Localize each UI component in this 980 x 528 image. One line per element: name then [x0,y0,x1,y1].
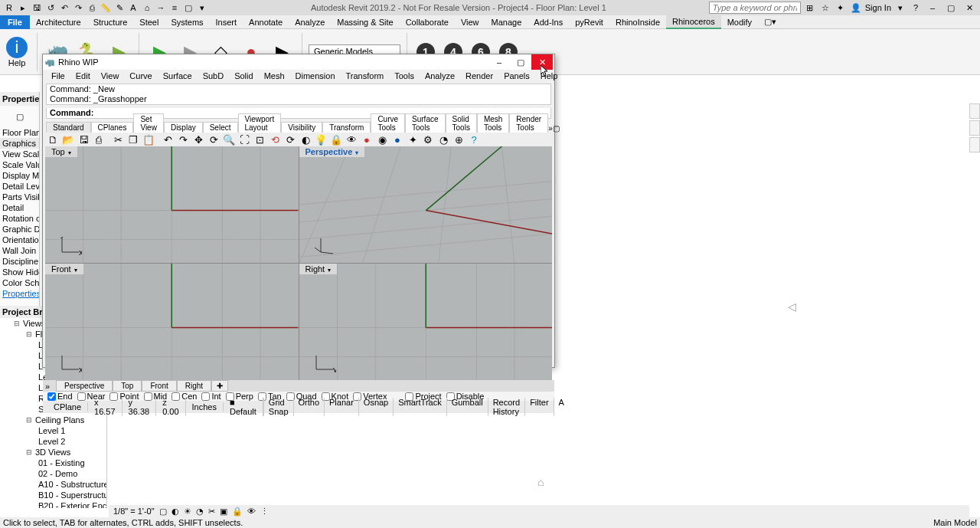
menu-analyze[interactable]: Analyze [420,70,460,82]
zoom-icon[interactable]: 🔍 [222,133,236,146]
tree-leaf[interactable]: B10 - Superstructure [0,490,106,500]
view-tab-perspective[interactable]: Perspective [56,380,113,392]
tab-addins[interactable]: Add-Ins [528,16,569,28]
viewport-top-label[interactable]: Top [45,146,77,157]
search-icon[interactable]: ⊞ [804,2,816,14]
viewport-perspective[interactable]: Perspective [299,146,553,263]
tool-tab-vplayout[interactable]: Viewport Layout [238,113,282,133]
tab-massing[interactable]: Massing & Site [331,16,399,28]
toggle-gumball[interactable]: Gumball [446,398,488,416]
menu-panels[interactable]: Panels [498,70,535,82]
main-model-dropdown[interactable]: Main Model [933,518,977,527]
maximize-button[interactable] [943,2,959,14]
expand-sidebar-icon[interactable]: » [45,382,56,391]
exchange-icon[interactable]: ▾ [894,2,906,14]
properties-icon[interactable]: ◔ [436,133,450,146]
new-icon[interactable]: 🗋 [46,133,60,146]
tool-tab-standard[interactable]: Standard [46,122,91,133]
crop-region-icon[interactable]: ▣ [220,507,227,517]
redo-view-icon[interactable]: ⟳ [283,133,297,146]
tool-tab-rendertools[interactable]: Render Tools [509,113,548,133]
tool-tab-display[interactable]: Display [164,122,203,133]
tree-leaf[interactable]: B20 - Exterior Enclosure [0,500,106,508]
cut-icon[interactable]: ✂ [111,133,125,146]
tab-insert[interactable]: Insert [210,16,243,28]
user-icon[interactable]: 👤 [850,2,862,14]
search-input[interactable] [709,2,801,14]
toggle-history[interactable]: Record History [488,398,524,416]
tab-analyze[interactable]: Analyze [289,16,331,28]
menu-file[interactable]: File [46,70,70,82]
doc-props-icon[interactable]: ⊕ [452,133,466,146]
viewport-top[interactable]: Top yx [45,146,299,263]
prop-row[interactable]: Show Hidden [0,267,39,277]
light-icon[interactable]: 💡 [314,133,328,146]
menu-mesh[interactable]: Mesh [259,70,290,82]
render-preview-icon[interactable]: ✦ [406,133,420,146]
command-history[interactable]: Command: _New Command: _Grasshopper [46,84,551,105]
tree-leaf[interactable]: 01 - Existing [0,457,106,468]
measure-icon[interactable]: 📏 [100,2,112,14]
paste-icon[interactable]: 📋 [142,133,155,146]
text-icon[interactable]: A [127,2,139,14]
view-tab-add-button[interactable]: ✚ [211,380,228,392]
move-icon[interactable]: ✥ [191,133,205,146]
prop-row[interactable]: Parts Visibili [0,192,39,202]
menu-tools[interactable]: Tools [389,70,420,82]
toggle-filter[interactable]: Filter [524,398,553,416]
save-icon[interactable]: 🖫 [31,2,43,14]
close-button[interactable] [962,2,977,14]
prop-row[interactable]: Discipline [0,256,39,267]
tree-3d-views[interactable]: ⊟3D Views [0,447,106,457]
options-icon[interactable]: ⚙ [421,133,435,146]
viewport-perspective-label[interactable]: Perspective [299,146,365,157]
temp-hide-icon[interactable]: 👁 [247,507,256,516]
viewport-right[interactable]: Right zy [299,264,553,380]
material-icon[interactable]: ◉ [375,133,389,146]
nav-pan-icon[interactable] [969,137,980,152]
tab-rhinoinside[interactable]: RhinoInside [609,16,666,28]
toggle-planar[interactable]: Planar [324,398,358,416]
rotate-icon[interactable]: ⟳ [207,133,220,146]
tab-view[interactable]: View [455,16,485,28]
favorite-icon[interactable]: ✦ [835,2,847,14]
setview-icon[interactable]: ◐ [299,133,312,146]
menu-view[interactable]: View [96,70,125,82]
tab-steel[interactable]: Steel [133,16,165,28]
tab-manage[interactable]: Manage [485,16,528,28]
tool-tab-curvetools[interactable]: Curve Tools [371,113,405,133]
tool-tab-meshtools[interactable]: Mesh Tools [477,113,509,133]
undo-icon[interactable]: ↶ [58,2,70,14]
menu-surface[interactable]: Surface [158,70,198,82]
tab-overflow-icon[interactable]: ▢▾ [758,15,782,28]
close-views-icon[interactable]: ▢ [182,2,194,14]
crop-view-icon[interactable]: ✂ [208,507,215,517]
view-tab-front[interactable]: Front [142,380,176,392]
osnap-int[interactable]: Int [201,392,220,401]
render-icon[interactable]: ● [390,133,404,146]
print-icon[interactable]: ⎙ [86,2,98,14]
tool-tab-solidtools[interactable]: Solid Tools [446,113,477,133]
switch-icon[interactable]: ▾ [196,2,208,14]
tab-pyrevit[interactable]: pyRevit [569,16,609,28]
layer-icon[interactable]: ● [360,133,374,146]
tool-tab-surfacetools[interactable]: Surface Tools [405,113,445,133]
rhino-minimize-button[interactable]: – [488,54,510,70]
toggle-ortho[interactable]: Ortho [293,398,325,416]
visual-style-icon[interactable]: ◐ [172,507,179,517]
tool-tab-setview[interactable]: Set View [133,113,164,133]
undo-icon[interactable]: ↶ [161,133,175,146]
minimize-button[interactable] [925,2,940,14]
toggle-gridsnap[interactable]: Grid Snap [263,398,293,416]
file-tab[interactable]: File [0,15,30,29]
zoom-selected-icon[interactable]: ⊡ [253,133,266,146]
tool-tab-cplanes[interactable]: CPlanes [91,122,134,133]
thin-lines-icon[interactable]: ≡ [168,2,181,14]
toggle-smarttrack[interactable]: SmartTrack [393,398,446,416]
communicate-icon[interactable]: ☆ [819,2,831,14]
menu-help[interactable]: Help [535,70,564,82]
tree-leaf[interactable]: Level 2 [0,436,106,447]
open-icon[interactable]: 📂 [61,133,75,146]
tab-rhinoceros[interactable]: Rhinoceros [666,15,721,29]
scale-dropdown[interactable]: 1/8" = 1'-0" [113,507,155,516]
